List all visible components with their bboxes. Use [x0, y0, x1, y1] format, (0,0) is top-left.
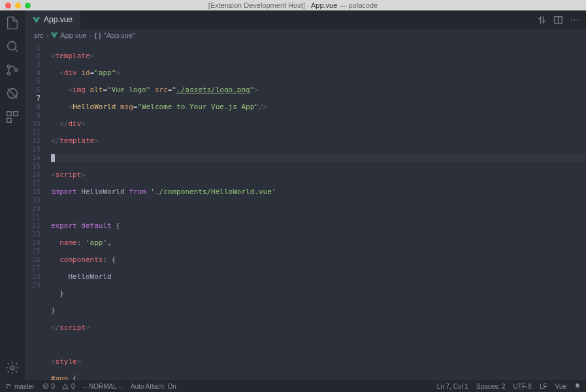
status-bar: master 0 0 -- NORMAL -- Auto Attach: On …	[0, 380, 586, 392]
code-content[interactable]: <template> <div id="app"> <img alt="Vue …	[51, 42, 586, 380]
problems[interactable]: 0 0	[42, 383, 75, 390]
svg-point-1	[7, 65, 10, 67]
git-branch[interactable]: master	[5, 383, 35, 390]
extensions-icon[interactable]	[5, 110, 20, 124]
cursor	[51, 154, 55, 162]
explorer-icon[interactable]	[5, 16, 20, 30]
svg-point-12	[571, 19, 572, 20]
maximize-icon[interactable]	[25, 3, 31, 8]
svg-point-17	[7, 384, 8, 385]
tab-label: App.vue	[44, 15, 73, 24]
encoding[interactable]: UTF-8	[513, 383, 532, 390]
code-editor[interactable]: 1234567891011121314151617181920212223242…	[25, 42, 586, 380]
cursor-position[interactable]: Ln 7, Col 1	[437, 383, 468, 390]
breadcrumb[interactable]: src › App.vue › { } "App.vue"	[25, 29, 586, 42]
svg-rect-6	[14, 112, 18, 116]
window-title: [Extension Development Host] - App.vue —…	[0, 1, 586, 9]
notifications-icon[interactable]	[574, 383, 581, 390]
breadcrumb-folder[interactable]: src	[34, 31, 44, 39]
svg-point-3	[14, 69, 17, 71]
window-controls	[5, 3, 31, 8]
breadcrumb-file[interactable]: App.vue	[60, 31, 86, 39]
tab-bar: App.vue	[25, 10, 586, 29]
search-icon[interactable]	[5, 39, 20, 54]
line-gutter: 1234567891011121314151617181920212223242…	[25, 42, 51, 380]
window-titlebar: [Extension Development Host] - App.vue —…	[0, 0, 586, 10]
tab-app-vue[interactable]: App.vue	[25, 10, 80, 29]
svg-point-18	[7, 387, 8, 389]
activity-bar	[0, 10, 25, 380]
settings-gear-icon[interactable]	[5, 361, 20, 375]
svg-point-0	[8, 42, 16, 50]
split-editor-icon[interactable]	[553, 15, 563, 25]
vim-mode: -- NORMAL --	[82, 383, 122, 390]
svg-rect-5	[7, 112, 11, 116]
debug-icon[interactable]	[5, 86, 20, 101]
more-actions-icon[interactable]	[570, 15, 579, 25]
svg-point-14	[577, 19, 578, 20]
svg-rect-7	[7, 118, 11, 122]
editor-area: App.vue src › App.vue › { } "App.vue" 12…	[25, 10, 586, 380]
indentation[interactable]: Spaces: 2	[476, 383, 505, 390]
vue-file-icon	[33, 16, 40, 24]
vue-file-icon	[51, 32, 57, 39]
svg-point-13	[574, 19, 576, 20]
language-mode[interactable]: Vue	[555, 383, 566, 390]
breadcrumb-symbol[interactable]: "App.vue"	[104, 31, 135, 39]
svg-point-8	[10, 366, 14, 370]
close-icon[interactable]	[5, 3, 11, 8]
auto-attach[interactable]: Auto Attach: On	[131, 383, 176, 390]
minimize-icon[interactable]	[15, 3, 21, 8]
compare-icon[interactable]	[537, 15, 547, 25]
svg-point-2	[7, 72, 10, 74]
eol[interactable]: LF	[540, 383, 547, 390]
editor-actions	[537, 10, 586, 29]
source-control-icon[interactable]	[5, 63, 20, 77]
